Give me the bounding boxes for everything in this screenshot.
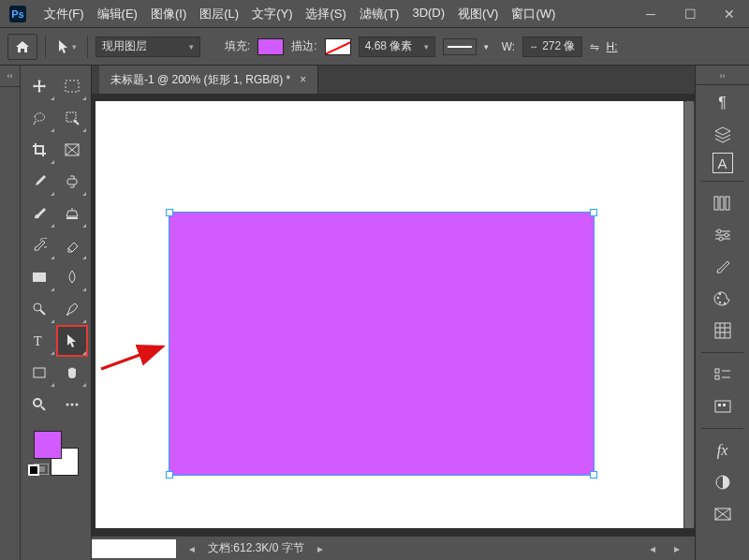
window-controls: ─ ☐ ✕ [631, 0, 749, 28]
tool-frame[interactable] [57, 135, 88, 165]
tool-dodge[interactable] [24, 294, 55, 324]
stroke-label: 描边: [291, 38, 316, 54]
height-label: H: [607, 40, 618, 53]
panel-separator [701, 181, 744, 182]
expand-icon[interactable]: ›› [696, 71, 749, 85]
close-button[interactable]: ✕ [710, 0, 749, 28]
menu-3d[interactable]: 3D(D) [405, 6, 451, 22]
panel-brushes[interactable] [705, 253, 741, 281]
svg-point-7 [34, 303, 41, 311]
tool-clone-stamp[interactable] [57, 199, 88, 228]
home-button[interactable] [7, 34, 37, 60]
resize-handle-bl[interactable] [166, 471, 173, 479]
svg-point-11 [34, 399, 41, 406]
tool-path-selection[interactable] [57, 326, 88, 356]
link-wh-icon[interactable]: ⇋ [590, 40, 599, 53]
stroke-width-value: 4.68 像素 [365, 38, 413, 54]
document-tab[interactable]: 未标题-1 @ 200% (矩形 1, RGB/8) * × [99, 66, 318, 94]
width-field[interactable]: ↔ 272 像 [522, 37, 581, 57]
options-bar: ▾ 现用图层 ▾ 填充: 描边: 4.68 像素 ▾ ▾ W: ↔ 272 像 … [0, 28, 749, 66]
color-swatches[interactable] [24, 427, 87, 478]
panel-properties[interactable] [705, 361, 741, 389]
tool-lasso[interactable] [24, 103, 55, 133]
tool-brush[interactable] [24, 199, 55, 228]
svg-rect-21 [726, 197, 729, 210]
tool-pen[interactable] [57, 294, 88, 324]
shape-rectangle[interactable] [169, 212, 595, 476]
panel-actions[interactable] [705, 392, 741, 420]
tool-hand[interactable] [57, 358, 88, 388]
minimize-button[interactable]: ─ [631, 0, 670, 28]
resize-handle-tl[interactable] [166, 209, 173, 216]
svg-rect-10 [34, 368, 45, 377]
tool-rectangle[interactable] [24, 358, 55, 388]
menu-layer[interactable]: 图层(L) [193, 6, 245, 22]
panel-paragraph[interactable]: ¶ [705, 89, 741, 117]
tool-blur[interactable] [57, 262, 88, 292]
panel-adjustment[interactable] [705, 468, 741, 496]
panel-layers[interactable] [705, 121, 741, 149]
panel-libraries[interactable] [705, 189, 741, 217]
canvas[interactable] [95, 101, 683, 528]
tool-magic-wand[interactable] [57, 103, 88, 133]
panel-adjust[interactable] [705, 221, 741, 249]
tool-gradient[interactable] [24, 262, 55, 292]
tool-eraser[interactable] [57, 230, 88, 260]
menu-file[interactable]: 文件(F) [37, 6, 91, 22]
panel-character[interactable]: A [712, 153, 733, 173]
stroke-style[interactable] [443, 38, 477, 55]
chevron-down-icon: ▾ [424, 42, 429, 52]
width-label: W: [502, 40, 515, 53]
panel-styles[interactable]: fx [705, 436, 741, 464]
chevron-down-icon: ▾ [189, 42, 194, 52]
status-zoom-field[interactable] [92, 539, 176, 558]
tool-move[interactable] [24, 71, 55, 101]
layer-combo[interactable]: 现用图层 ▾ [95, 37, 200, 57]
status-scroll-left[interactable]: ◂ [644, 542, 661, 555]
svg-point-25 [716, 297, 718, 299]
active-tool-icon[interactable]: ▾ [53, 34, 80, 60]
status-next[interactable]: ▸ [312, 542, 329, 555]
maximize-button[interactable]: ☐ [670, 0, 710, 28]
tool-healing-brush[interactable] [57, 167, 88, 197]
panel-swatches[interactable] [705, 317, 741, 345]
fill-swatch[interactable] [257, 38, 284, 55]
resize-handle-br[interactable] [590, 471, 597, 479]
svg-point-23 [725, 233, 728, 237]
tool-eyedropper[interactable] [24, 167, 55, 197]
panel-channels[interactable] [705, 500, 741, 528]
resize-handle-tr[interactable] [590, 209, 597, 216]
menu-select[interactable]: 选择(S) [299, 6, 352, 22]
tool-crop[interactable] [24, 135, 55, 165]
svg-rect-4 [66, 217, 78, 219]
tool-history-brush[interactable] [24, 230, 55, 260]
canvas-viewport[interactable]: ◂ 文档:612.3K/0 字节 ▸ ◂ ▸ [92, 94, 695, 560]
menu-image[interactable]: 图像(I) [144, 6, 193, 22]
tool-marquee[interactable] [57, 71, 88, 101]
menu-filter[interactable]: 滤镜(T) [353, 6, 406, 22]
foreground-color[interactable] [34, 431, 62, 459]
stroke-width-field[interactable]: 4.68 像素 ▾ [359, 37, 435, 57]
collapse-icon[interactable]: ‹‹ [0, 69, 20, 87]
svg-rect-34 [723, 404, 726, 406]
menu-type[interactable]: 文字(Y) [245, 6, 299, 22]
tool-edit-toolbar[interactable] [57, 390, 88, 420]
status-prev[interactable]: ◂ [184, 542, 200, 555]
svg-point-14 [75, 404, 78, 406]
document-tabs: 未标题-1 @ 200% (矩形 1, RGB/8) * × [92, 66, 695, 94]
divider [45, 36, 46, 58]
tool-type[interactable]: T [24, 326, 55, 356]
layer-combo-label: 现用图层 [102, 38, 147, 54]
scrollbar-vertical[interactable] [683, 101, 695, 528]
panel-color[interactable] [705, 285, 741, 313]
default-colors-icon[interactable] [28, 464, 39, 476]
tool-zoom[interactable] [24, 390, 55, 420]
menu-edit[interactable]: 编辑(E) [91, 6, 144, 22]
menu-view[interactable]: 视图(V) [451, 6, 505, 22]
titlebar: Ps 文件(F) 编辑(E) 图像(I) 图层(L) 文字(Y) 选择(S) 滤… [0, 0, 749, 28]
svg-point-12 [66, 404, 68, 406]
status-scroll-right[interactable]: ▸ [668, 542, 685, 555]
stroke-swatch[interactable] [325, 38, 351, 55]
close-icon[interactable]: × [300, 73, 306, 86]
menu-window[interactable]: 窗口(W) [505, 6, 562, 22]
